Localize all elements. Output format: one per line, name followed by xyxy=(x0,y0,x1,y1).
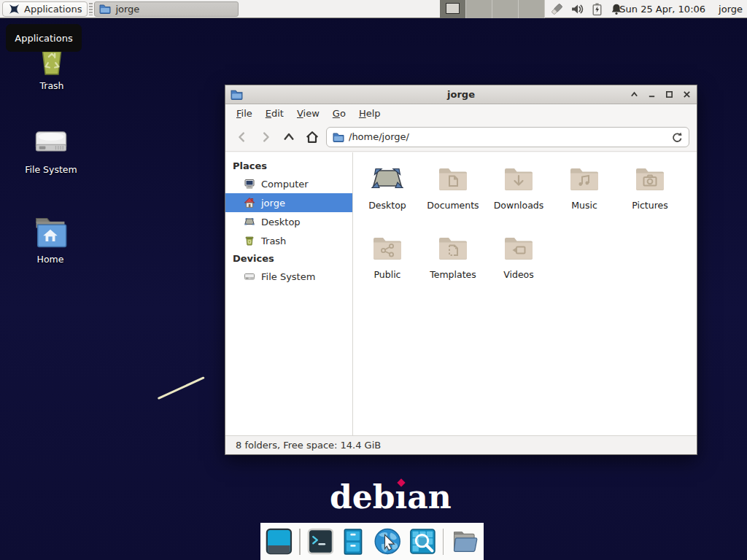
menu-edit[interactable]: Edit xyxy=(260,106,289,120)
window-body: Places Computer xyxy=(225,152,697,435)
hard-drive-icon xyxy=(244,271,255,282)
debian-logo-text: deb xyxy=(330,478,395,516)
window-minimize-button[interactable] xyxy=(646,90,657,100)
file-view[interactable]: Desktop Documents Do xyxy=(353,152,697,435)
sidebar-item-label: File System xyxy=(261,271,315,282)
desktop-icon[interactable] xyxy=(266,526,293,556)
desktop-folder-icon xyxy=(370,162,405,197)
xfce-logo-icon xyxy=(8,3,20,15)
pictures-folder-icon xyxy=(632,162,667,197)
applications-menu-button[interactable]: Applications xyxy=(2,1,88,17)
desktop-swirl-line xyxy=(158,376,205,400)
home-button[interactable] xyxy=(303,128,322,147)
workspace-2[interactable] xyxy=(466,0,492,18)
up-button[interactable] xyxy=(279,128,298,147)
file-item-desktop[interactable]: Desktop xyxy=(355,162,420,211)
stylus-icon[interactable] xyxy=(549,2,564,17)
forward-button[interactable] xyxy=(256,128,275,147)
workspace-1[interactable] xyxy=(440,0,466,18)
statusbar: 8 folders, Free space: 14.4 GiB xyxy=(225,435,697,454)
web-browser-globe-icon[interactable] xyxy=(373,525,402,558)
location-bar[interactable] xyxy=(326,127,689,147)
window-shade-button[interactable] xyxy=(629,90,639,100)
dock-separator xyxy=(443,529,444,555)
file-item-pictures[interactable]: Pictures xyxy=(617,162,683,211)
reload-icon[interactable] xyxy=(671,131,683,143)
file-item-label: Templates xyxy=(430,269,476,280)
file-manager-window: jorge File Edit View Go Help xyxy=(225,85,697,455)
clock[interactable]: Sun 25 Apr, 10:06 xyxy=(619,4,705,15)
menu-file[interactable]: File xyxy=(231,106,258,120)
statusbar-text: 8 folders, Free space: 14.4 GiB xyxy=(236,440,381,451)
file-item-label: Videos xyxy=(503,269,534,280)
sidebar-item-label: jorge xyxy=(261,198,285,209)
applications-tooltip: Applications xyxy=(6,24,82,52)
window-close-button[interactable] xyxy=(681,90,692,100)
file-item-videos[interactable]: Videos xyxy=(486,231,551,280)
file-item-label: Music xyxy=(571,200,597,211)
file-item-label: Documents xyxy=(427,200,479,211)
file-item-label: Public xyxy=(374,269,401,280)
desktop-icon xyxy=(244,216,255,228)
system-tray xyxy=(549,0,623,18)
sidebar-header-places: Places xyxy=(225,158,352,174)
menu-view[interactable]: View xyxy=(292,106,325,120)
applications-menu-label: Applications xyxy=(24,4,82,15)
sidebar-item-trash[interactable]: Trash xyxy=(225,231,352,250)
music-folder-icon xyxy=(567,162,602,197)
sidebar-item-label: Desktop xyxy=(261,217,301,228)
window-title: jorge xyxy=(225,89,697,100)
desktop-icon-label: Home xyxy=(37,254,64,265)
sidebar-item-label: Computer xyxy=(261,179,309,190)
sidebar-header-devices: Devices xyxy=(225,250,352,267)
volume-icon[interactable] xyxy=(570,2,584,16)
file-item-documents[interactable]: Documents xyxy=(420,162,486,211)
location-folder-icon xyxy=(333,131,344,143)
sidebar: Places Computer xyxy=(225,152,353,435)
desktop-icon-label: File System xyxy=(25,164,77,175)
panel-username[interactable]: jorge xyxy=(719,4,743,15)
file-item-music[interactable]: Music xyxy=(551,162,617,211)
top-panel: Applications jorge xyxy=(0,0,747,18)
workspace-window-thumb xyxy=(446,3,460,14)
file-item-downloads[interactable]: Downloads xyxy=(486,162,551,211)
workspace-3[interactable] xyxy=(492,0,519,18)
sidebar-item-jorge[interactable]: jorge xyxy=(225,193,352,212)
panel-handle[interactable] xyxy=(89,3,93,15)
home-folder-icon xyxy=(31,215,70,250)
sidebar-item-desktop[interactable]: Desktop xyxy=(225,212,352,231)
sidebar-item-computer[interactable]: Computer xyxy=(225,174,352,193)
sidebar-item-label: Trash xyxy=(261,236,286,246)
videos-folder-icon xyxy=(501,231,536,266)
desktop-icon-home[interactable]: Home xyxy=(12,215,88,265)
file-item-label: Pictures xyxy=(632,200,668,211)
back-button[interactable] xyxy=(233,128,252,147)
sidebar-item-file-system[interactable]: File System xyxy=(225,267,352,286)
public-folder-icon xyxy=(370,231,405,266)
terminal-icon[interactable] xyxy=(307,526,334,556)
debian-logo-text: an xyxy=(407,478,452,516)
workspace-4[interactable] xyxy=(519,0,545,18)
taskbar-window-button[interactable]: jorge xyxy=(94,1,239,17)
file-cabinet-icon[interactable] xyxy=(340,526,366,557)
battery-icon[interactable] xyxy=(591,2,603,16)
workspace-switcher[interactable] xyxy=(440,0,545,18)
menu-go[interactable]: Go xyxy=(328,106,351,120)
file-item-public[interactable]: Public xyxy=(355,231,420,280)
file-item-templates[interactable]: Templates xyxy=(420,231,486,280)
toolbar xyxy=(225,122,697,152)
desktop-icon-file-system[interactable]: File System xyxy=(13,124,89,175)
app-finder-icon[interactable] xyxy=(409,526,436,556)
path-input[interactable] xyxy=(349,131,667,142)
menu-help[interactable]: Help xyxy=(354,106,386,120)
desktop: Applications jorge xyxy=(0,0,747,560)
trash-icon xyxy=(244,235,255,246)
file-item-label: Desktop xyxy=(368,200,406,211)
directory-folder-icon[interactable] xyxy=(450,526,479,556)
debian-logo-i: ı xyxy=(395,478,408,516)
downloads-folder-icon xyxy=(501,162,536,197)
window-maximize-button[interactable] xyxy=(664,90,674,100)
dock-separator xyxy=(299,529,301,555)
window-titlebar[interactable]: jorge xyxy=(225,85,697,104)
templates-folder-icon xyxy=(436,231,471,266)
